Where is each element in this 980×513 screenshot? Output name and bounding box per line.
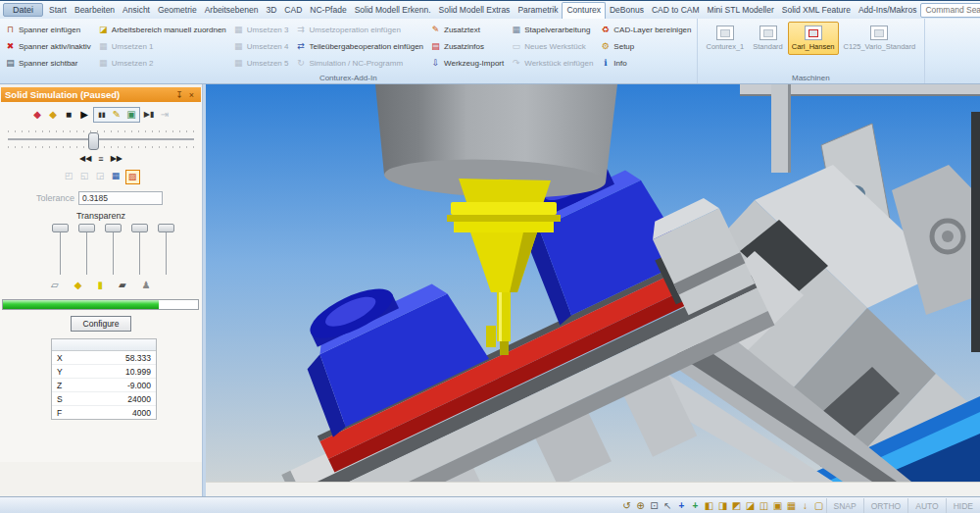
sim-mode-1-icon[interactable]: ◆ bbox=[30, 108, 44, 122]
zoom-window-icon[interactable]: ⊡ bbox=[648, 498, 662, 513]
ribbon-item-label: Spanner einfügen bbox=[19, 26, 80, 34]
pin-icon[interactable]: ↧ bbox=[172, 90, 186, 100]
menu-tab-solid-modell-erkenn[interactable]: Solid Modell Erkenn. bbox=[351, 3, 435, 17]
ribbon-item-simulation-nc[interactable]: ↻ Simulation / NC-Programm bbox=[295, 55, 423, 71]
transparency-slider-stock[interactable] bbox=[52, 224, 69, 275]
machine-button-c125-vario-standard[interactable]: C125_Vario_Standard bbox=[840, 22, 920, 55]
menu-tab-mini-stl-modeller[interactable]: Mini STL Modeller bbox=[704, 3, 778, 17]
tolerance-input[interactable] bbox=[78, 191, 163, 205]
zoom-icon[interactable]: ⊕ bbox=[634, 498, 648, 513]
view-back-icon[interactable]: ▣ bbox=[771, 498, 785, 513]
slider-track[interactable] bbox=[8, 138, 194, 140]
orbit-icon[interactable]: ↺ bbox=[620, 498, 634, 513]
clamp-visible-icon: ▤ bbox=[5, 58, 16, 69]
stop-button[interactable]: ■ bbox=[62, 108, 75, 122]
sim-mode-2-icon[interactable]: ◆ bbox=[46, 108, 60, 122]
ribbon-item-umsetzen-2[interactable]: ▦ Umsetzen 2 bbox=[98, 55, 226, 71]
close-icon[interactable]: × bbox=[186, 90, 197, 100]
machine-icon: ♟ bbox=[142, 280, 151, 290]
ribbon-item-stapelverarbeitung[interactable]: ▦ Stapelverarbeitung bbox=[511, 22, 593, 37]
next-block-button[interactable]: ▶▶ bbox=[111, 154, 122, 164]
info-icon: ℹ bbox=[600, 58, 611, 69]
menu-tab-cad-to-cam[interactable]: CAD to CAM bbox=[648, 3, 704, 17]
auto-toggle[interactable]: AUTO bbox=[907, 498, 945, 513]
snap-toggle[interactable]: SNAP bbox=[826, 498, 863, 513]
menu-tab-parametrik[interactable]: Parametrik bbox=[514, 3, 562, 17]
menu-tab-solid-modell-extras[interactable]: Solid Modell Extras bbox=[435, 3, 514, 17]
ribbon-item-umsetzen-4[interactable]: ▦ Umsetzen 4 bbox=[233, 38, 289, 54]
ribbon-item-werkstueck-einfuegen[interactable]: ↷ Werkstück einfügen bbox=[511, 55, 593, 71]
display-mode-3-icon[interactable]: ◲ bbox=[94, 170, 107, 182]
menu-tab-bearbeiten[interactable]: Bearbeiten bbox=[71, 3, 119, 17]
ribbon-item-neues-werkstueck[interactable]: ▭ Neues Werkstück bbox=[511, 38, 593, 54]
menu-tab-geometrie[interactable]: Geometrie bbox=[154, 3, 201, 17]
transparency-slider-tool[interactable] bbox=[105, 224, 122, 275]
menu-tab-add-ins-makros[interactable]: Add-Ins/Makros bbox=[855, 3, 921, 17]
ribbon-item-arbeitsbereich[interactable]: ◪ Arbeitsbereich manuell zuordnen bbox=[98, 22, 226, 37]
3d-viewport[interactable] bbox=[206, 84, 980, 482]
menu-tab-conturex[interactable]: Conturex bbox=[562, 2, 606, 19]
ribbon-item-zusatztext[interactable]: ✎ Zusatztext bbox=[430, 22, 504, 37]
transparency-slider-machine[interactable] bbox=[158, 224, 174, 275]
axes-xy-icon[interactable]: + bbox=[675, 498, 689, 513]
menu-tab-start[interactable]: Start bbox=[45, 3, 71, 17]
slider-thumb[interactable] bbox=[88, 132, 99, 150]
configure-button[interactable]: Configure bbox=[71, 316, 132, 332]
pause-button[interactable]: ▮▮ bbox=[95, 108, 109, 122]
trace-icon[interactable]: ⇥ bbox=[158, 108, 172, 122]
prev-block-button[interactable]: ◀◀ bbox=[79, 154, 91, 164]
menu-tab-nc-pfade[interactable]: NC-Pfade bbox=[306, 3, 350, 17]
step-button[interactable]: ▶▮ bbox=[142, 108, 156, 122]
select-icon[interactable]: ↖ bbox=[662, 498, 675, 513]
menu-tab-arbeitsebenen[interactable]: Arbeitsebenen bbox=[201, 3, 263, 17]
panel-title-bar[interactable]: Solid Simulation (Paused) ↧ × bbox=[1, 87, 201, 102]
machine-button-standard[interactable]: Standard bbox=[749, 22, 786, 55]
ribbon-item-setup[interactable]: ⚙ Setup bbox=[600, 38, 691, 54]
edit-view-button[interactable]: ✎ bbox=[110, 108, 123, 122]
view-left-icon[interactable]: ◧ bbox=[703, 498, 716, 513]
display-mode-2-icon[interactable]: ◱ bbox=[78, 170, 91, 182]
batch-icon: ▦ bbox=[511, 25, 521, 35]
ribbon-item-cad-layer-bereinigen[interactable]: ♻ CAD-Layer bereinigen bbox=[600, 22, 691, 37]
view-top-icon[interactable]: ◩ bbox=[730, 498, 744, 513]
menu-tab-solid-xml-feature[interactable]: Solid XML Feature bbox=[778, 3, 855, 17]
ribbon-item-umsetzen-5[interactable]: ▦ Umsetzen 5 bbox=[233, 55, 289, 71]
simulation-progress-slider[interactable] bbox=[8, 130, 194, 150]
ribbon-item-teileuebergabe[interactable]: ⇄ Teileübergabeoperation einfügen bbox=[295, 38, 423, 54]
transparency-slider-clamp[interactable] bbox=[78, 224, 95, 275]
ribbon-item-info[interactable]: ℹ Info bbox=[600, 55, 691, 71]
view-plane-icon[interactable]: ▢ bbox=[812, 498, 826, 513]
axes-xyz-icon[interactable]: + bbox=[689, 498, 703, 513]
ribbon-item-spanner-einfuegen[interactable]: ⊓ Spanner einfügen bbox=[5, 22, 91, 37]
ribbon-item-umsetzen-1[interactable]: ▦ Umsetzen 1 bbox=[98, 38, 226, 54]
transparency-slider-fixture[interactable] bbox=[131, 224, 148, 275]
display-mode-1-icon[interactable]: ◰ bbox=[63, 170, 75, 182]
view-bottom-icon[interactable]: ◪ bbox=[744, 498, 758, 513]
snapshot-button[interactable]: ▣ bbox=[124, 108, 138, 122]
ribbon-item-zusatzinfos[interactable]: ▤ Zusatzinfos bbox=[430, 38, 504, 54]
play-button[interactable]: ▶ bbox=[77, 108, 91, 122]
ribbon-item-werkzeug-import[interactable]: ⇩ Werkzeug-Import bbox=[430, 55, 504, 71]
ribbon-item-spanner-sichtbar[interactable]: ▤ Spanner sichtbar bbox=[5, 55, 91, 71]
hide-toggle[interactable]: HIDE bbox=[946, 498, 980, 513]
material-view-icon[interactable]: ▨ bbox=[125, 170, 140, 184]
ribbon-item-spanner-aktiv-inaktiv[interactable]: ✖ Spanner aktiv/inaktiv bbox=[5, 38, 91, 54]
machine-button-carl-hansen[interactable]: Carl_Hansen bbox=[788, 22, 839, 55]
save-icon[interactable]: ▦ bbox=[110, 170, 122, 182]
menu-tab-ansicht[interactable]: Ansicht bbox=[119, 3, 154, 17]
file-menu-button[interactable]: Datei bbox=[3, 3, 43, 17]
ortho-toggle[interactable]: ORTHO bbox=[863, 498, 908, 513]
view-down-icon[interactable]: ↓ bbox=[799, 498, 812, 513]
command-search-box[interactable]: ▾ bbox=[920, 3, 980, 18]
ribbon-item-umsetzen-3[interactable]: ▦ Umsetzen 3 bbox=[233, 22, 289, 37]
view-right-icon[interactable]: ◨ bbox=[716, 498, 730, 513]
menu-tab-debonus[interactable]: DeBonus bbox=[606, 3, 648, 17]
menu-tab-cad[interactable]: CAD bbox=[280, 3, 306, 17]
view-iso-icon[interactable]: ▦ bbox=[785, 498, 799, 513]
block-list-button[interactable]: ≡ bbox=[98, 154, 103, 164]
machine-button-conturex-1[interactable]: Conturex_1 bbox=[703, 22, 749, 55]
command-search-input[interactable] bbox=[923, 4, 980, 16]
view-front-icon[interactable]: ◫ bbox=[758, 498, 771, 513]
menu-tab-3d[interactable]: 3D bbox=[262, 3, 280, 17]
ribbon-item-umsetzoperation[interactable]: ⇉ Umsetzoperation einfügen bbox=[295, 22, 423, 37]
